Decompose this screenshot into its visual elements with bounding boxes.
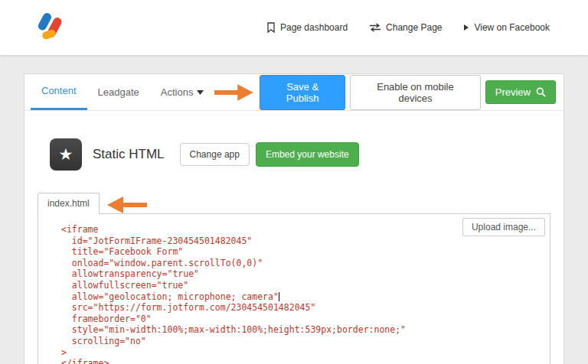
tab-content[interactable]: Content [31,74,87,110]
code-line: </iframe> [61,358,550,364]
nav-label: Change Page [386,22,442,33]
code-line: > [61,347,550,359]
nav-page-dashboard[interactable]: Page dashboard [266,22,348,33]
play-icon [463,24,469,31]
file-tab-row: index.html [38,193,550,214]
tab-label: Content [41,74,77,108]
editor-section: index.html Upload image... <iframe id="J… [38,193,550,364]
tab-actions[interactable]: Actions [150,74,215,110]
code-line: onload="window.parent.scrollTo(0,0)" [61,258,550,269]
app-logo[interactable] [35,10,67,45]
code-line: style="min-width:100%;max-width:100%;hei… [61,324,550,336]
code-line: frameborder="0" [61,314,550,325]
nav-change-page[interactable]: Change Page [369,22,442,33]
preview-button[interactable]: Preview [485,80,556,104]
app-title: Static HTML [93,147,165,162]
code-line: id="JotFormIFrame-230454501482045" [61,236,550,247]
file-tab-index-html[interactable]: index.html [38,193,100,215]
code-line: allowtransparency="true" [61,268,550,280]
nav-label: View on Facebook [474,22,550,33]
swap-arrows-icon [369,23,381,32]
magnifier-icon [536,87,546,97]
enable-mobile-button[interactable]: Enable on mobile devices [350,75,481,110]
preview-label: Preview [495,86,531,98]
code-content: <iframe id="JotFormIFrame-23045450148204… [38,214,550,364]
code-line: src="https://form.jotform.com/2304545014… [61,302,550,314]
tab-leadgate[interactable]: Leadgate [87,74,150,110]
toolbar-actions: Save & Publish Enable on mobile devices … [214,75,556,110]
code-line: title="Facebook Form" [61,246,550,258]
code-editor[interactable]: Upload image... <iframe id="JotFormIFram… [38,213,550,364]
text-cursor [279,292,279,301]
nav-view-on-facebook[interactable]: View on Facebook [463,22,550,33]
nav-label: Page dashboard [280,22,348,33]
chevron-down-icon [197,90,204,95]
logo-icon [35,10,67,42]
bookmark-icon [266,22,276,33]
code-line: allowfullscreen="true" [61,280,550,291]
tab-label: Leadgate [98,74,139,110]
arrow-annotation-file-tab [106,195,147,215]
change-app-button[interactable]: Change app [180,143,250,166]
upload-image-button[interactable]: Upload image... [462,218,545,236]
embed-website-button[interactable]: Embed your website [256,142,359,167]
star-app-icon: ★ [50,138,82,171]
code-line-with-cursor: allow="geolocation; microphone; camera" [61,291,550,303]
save-publish-button[interactable]: Save & Publish [260,75,345,110]
app-row: ★ Static HTML Change app Embed your webs… [50,138,564,171]
code-line: scrolling="no" [61,336,550,347]
arrow-annotation-save [214,83,255,102]
code-line: allow="geolocation; microphone; camera" [61,291,279,302]
main-card: Content Leadgate Actions Save & Publish … [24,73,564,364]
header-nav: Page dashboard Change Page View on Faceb… [266,22,550,33]
toolbar: Content Leadgate Actions Save & Publish … [24,74,564,111]
top-header: Page dashboard Change Page View on Faceb… [0,0,588,55]
tab-label: Actions [161,74,194,110]
